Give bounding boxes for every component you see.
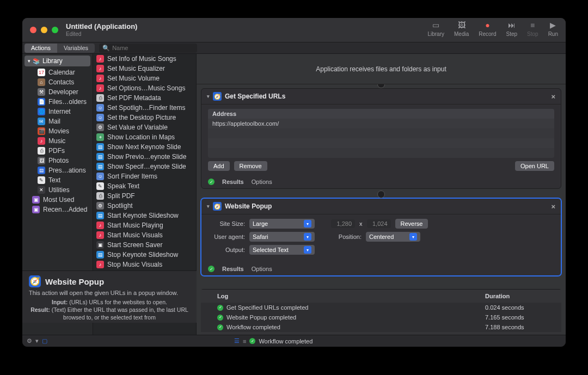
library-smart-folder[interactable]: ▣Most Used [22,195,93,205]
url-row[interactable] [208,138,554,148]
library-item[interactable]: ⌂Contacts [22,77,93,87]
options-link[interactable]: Options [252,179,272,185]
select-position[interactable]: Centered▾ [366,232,420,242]
toolbar-label: Run [548,31,558,37]
close-icon[interactable] [30,27,36,33]
url-row[interactable] [208,148,554,158]
action-list-item[interactable]: ✎Speak Text [93,181,196,191]
options-link[interactable]: Options [252,266,272,272]
toolbar-stop[interactable]: ■Stop [527,20,538,37]
library-item-label: Developer [48,88,78,96]
action-label: Show Location in Maps [107,133,175,141]
remove-button[interactable]: Remove [234,161,267,171]
minimize-icon[interactable] [41,27,47,33]
select-user-agent[interactable]: Safari▾ [249,232,315,242]
toolbar-run[interactable]: ▶Run [548,20,558,37]
library-header[interactable]: ▾ 📚 Library [24,56,90,66]
library-item[interactable]: ⎙PDFs [22,146,93,156]
disclosure-icon[interactable]: ▾ [207,204,210,209]
action-list-item[interactable]: ☺Sort Finder Items [93,171,196,181]
action-list-item[interactable]: ▤Show Specif…eynote Slide [93,162,196,171]
reverse-button[interactable]: Reverse [395,219,428,229]
action-icon: ☺ [96,114,104,121]
action-list-item[interactable]: ▤Start Keynote Slideshow [93,211,196,220]
column-address: Address [208,109,554,119]
toolbar-label: Step [506,31,517,37]
field-height[interactable]: 1,024 [367,219,391,228]
library-item[interactable]: ✎Text [22,175,93,185]
action-list-item[interactable]: ♪Start Music Visuals [93,230,196,240]
action-list-item[interactable]: ⌖Show Location in Maps [93,132,196,142]
list-icon[interactable]: ☰ [234,337,240,345]
field-width[interactable]: 1,280 [331,219,355,228]
gear-icon[interactable]: ⚙ [27,337,32,345]
action-list-item[interactable]: ♪Stop Music Visuals [93,260,196,269]
select-site-size[interactable]: Large▾ [249,219,315,229]
library-item-label: Pres…ations [48,167,86,174]
library-item[interactable]: ⚒Developer [22,87,93,97]
action-get-specified-urls[interactable]: ▾ 🧭 Get Specified URLs × Address https:/… [201,88,561,189]
zoom-icon[interactable] [52,27,58,33]
action-icon: ⎙ [96,94,104,102]
success-icon: ✓ [217,305,223,311]
close-icon[interactable]: × [551,202,555,211]
action-icon: ▤ [96,153,104,161]
action-list-item[interactable]: ☺Set Spotligh…Finder Items [93,103,196,113]
tab-variables[interactable]: Variables [57,44,95,53]
action-list-item[interactable]: ⎙Set PDF Metadata [93,93,196,103]
url-row[interactable] [208,128,554,138]
action-icon: ⌖ [96,133,104,141]
url-table[interactable]: Address https://appletoolbox.com/ [208,109,554,158]
library-item-label: Most Used [43,196,74,204]
action-list-item[interactable]: ♪Start Music Playing [93,220,196,230]
step-icon: ⏭ [507,20,517,30]
library-item[interactable]: ♪Music [22,136,93,146]
toolbar-media[interactable]: 🖼Media [454,20,469,37]
close-icon[interactable]: × [551,93,555,101]
action-list-item[interactable]: ♪Set Info of Music Songs [93,54,196,64]
library-item[interactable]: ✕Utilities [22,185,93,195]
results-link[interactable]: Results [222,266,244,272]
popup-arrow-icon: ▾ [304,233,311,241]
action-list-item[interactable]: ⎙Split PDF [93,191,196,201]
category-icon: ✕ [38,186,45,194]
action-list-item[interactable]: ♪Set Music Equalizer [93,64,196,73]
add-button[interactable]: Add [208,161,230,171]
category-icon: ⎙ [38,147,45,155]
toolbar-library[interactable]: ▭Library [427,20,444,37]
library-item[interactable]: 🌐Internet [22,107,93,116]
library-item[interactable]: ▤Pres…ations [22,165,93,175]
library-item[interactable]: 🎬Movies [22,126,93,136]
library-item[interactable]: 🖼Photos [22,156,93,165]
library-smart-folder[interactable]: ▣Recen…Added [22,205,93,214]
stop-icon: ■ [528,20,537,30]
action-list-item[interactable]: ▣Start Screen Saver [93,240,196,250]
action-list-item[interactable]: ⚙Set Value of Variable [93,122,196,132]
open-url-button[interactable]: Open URL [515,161,554,171]
action-list-item[interactable]: ☺Set the Desktop Picture [93,113,196,122]
tab-actions[interactable]: Actions [24,44,57,53]
action-website-popup[interactable]: ▾ 🧭 Website Popup × Site Size: Large▾ [201,198,561,276]
toolbar-step[interactable]: ⏭Step [506,20,517,37]
panel-toggle-icon[interactable]: ▢ [42,337,47,345]
action-list-item[interactable]: ▤Show Next Keynote Slide [93,142,196,152]
flow-icon[interactable]: ≡ [243,338,246,345]
library-item[interactable]: 📄Files…olders [22,97,93,107]
results-link[interactable]: Results [222,179,244,185]
action-list-item[interactable]: ▤Show Previo…eynote Slide [93,152,196,162]
library-item-label: Contacts [48,78,74,86]
library-item[interactable]: 17Calendar [22,67,93,77]
action-list-item[interactable]: ⚙Spotlight [93,201,196,211]
disclosure-icon[interactable]: ▾ [207,94,210,99]
library-item[interactable]: ✉Mail [22,116,93,126]
toolbar-record[interactable]: ●Record [479,20,496,37]
action-list-item[interactable]: ♪Set Options…Music Songs [93,83,196,93]
success-icon: ✓ [249,338,255,344]
action-icon: ▤ [96,212,104,219]
url-row[interactable]: https://appletoolbox.com/ [208,119,554,128]
search-input[interactable] [112,45,194,51]
search-field[interactable]: 🔍 [99,44,197,53]
select-output[interactable]: Selected Text▾ [249,245,315,255]
action-list-item[interactable]: ♪Set Music Volume [93,73,196,83]
action-list-item[interactable]: ▤Stop Keynote Slideshow [93,250,196,260]
